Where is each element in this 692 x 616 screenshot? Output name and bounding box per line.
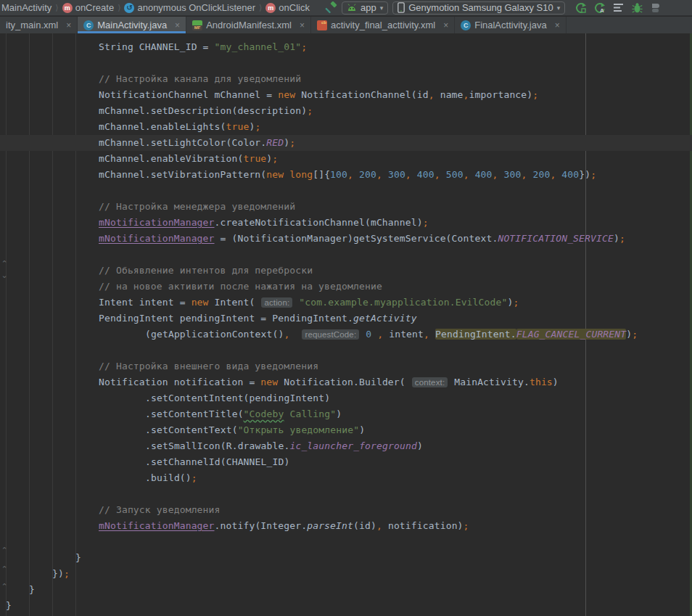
code-line[interactable]: // Настройка менеджера уведомлений [0,199,692,215]
code-line[interactable]: // на новое активити после нажатия на ув… [0,279,692,295]
code-token: 400 [417,169,434,180]
module-selector[interactable]: app ▾ [342,1,388,15]
tab-finalacttivity-java[interactable]: C FinalActtivity.java × [455,17,566,33]
code-token: 300 [388,169,405,180]
code-token: mNotificationManager [99,520,215,531]
method-icon: m [265,3,276,13]
code-line[interactable]: .setContentIntent(pendingIntent) [0,390,692,406]
code-token: ) [553,377,559,387]
code-line[interactable]: .setContentText("Открыть уведомление") [0,422,692,438]
code-line[interactable]: } [0,582,692,598]
close-tab-icon[interactable]: × [443,20,448,30]
code-line[interactable]: // Настройка внешнего вида уведомления [0,358,692,374]
code-line[interactable]: // Запуск уведомления [0,502,692,518]
code-line[interactable]: .build(); [0,470,692,486]
code-line[interactable]: mChannel.enableLights(true); [0,119,692,135]
attach-debugger-icon[interactable] [650,2,661,14]
code-token: , [376,169,382,180]
code-line[interactable]: mNotificationManager = (NotificationMana… [0,231,692,247]
code-line[interactable] [0,342,692,358]
tab-activity-final-acttivity-xml[interactable]: cb activity_final_acttivity.xml × [311,17,455,33]
code-token: new [278,89,295,100]
run-action-icons: A [569,2,667,14]
java-class-icon: C [461,20,471,30]
code-line[interactable]: Intent intent = new Intent( action: "com… [0,295,692,311]
code-token: // Настройка канала для уведомлений [99,73,301,84]
tab-androidmanifest-xml[interactable]: MF AndroidManifest.xml × [186,17,311,33]
code-line[interactable]: } [0,550,692,566]
code-line[interactable]: .setChannelId(CHANNEL_ID) [0,454,692,470]
breadcrumb-item-onclick[interactable]: m onClick [265,2,310,13]
code-token: ) [417,440,423,451]
code-area[interactable]: String CHANNEL_ID = "my_channel_01";// Н… [0,39,692,614]
code-line[interactable]: mNotificationManager.notify(Integer.pars… [0,518,692,534]
code-token: ) [336,408,342,419]
code-token: 200 [532,169,550,180]
close-tab-icon[interactable]: × [555,20,560,30]
breadcrumb-item-oncreate[interactable]: m onCreate [62,2,114,13]
code-line[interactable] [0,486,692,502]
code-token: mNotificationManager [99,233,215,244]
code-line[interactable]: NotificationChannel mChannel = new Notif… [0,87,692,103]
tab-activity-main-xml[interactable]: ity_main.xml × [0,17,78,33]
code-token: } [29,584,35,595]
profiler-icon[interactable] [613,3,625,13]
close-tab-icon[interactable]: × [66,20,71,30]
debug-icon[interactable] [632,2,643,14]
code-line[interactable]: mChannel.setDescription(description); [0,103,692,119]
close-tab-icon[interactable]: × [175,20,180,30]
java-class-icon: C [83,20,94,30]
tab-label: MainActivity.java [97,20,167,30]
code-token: Notification.Builder( [278,377,411,387]
breadcrumb: MainActivity ⟩ m onCreate ⟩ ↺ anonymous … [0,2,325,13]
code-token: mNotificationManager [99,217,215,228]
code-line[interactable]: (getApplicationContext(), requestCode: 0… [0,327,692,342]
code-line[interactable] [0,534,692,550]
close-tab-icon[interactable]: × [300,20,305,30]
code-token: , [464,169,469,180]
code-line[interactable]: } [0,598,692,614]
code-token: .notify(Integer. [215,520,308,531]
breadcrumb-item-class[interactable]: MainActivity [1,2,52,13]
code-token: mChannel.setDescription(description) [99,105,307,116]
manifest-file-icon: MF [192,20,202,30]
code-token: .setContentText( [145,424,238,435]
code-line[interactable]: mChannel.setVibrationPattern(new long[]{… [0,167,692,183]
apply-code-changes-icon[interactable]: A [594,2,606,14]
apply-changes-icon[interactable] [575,2,587,14]
code-line[interactable]: // Обьявление интентов для переброски [0,263,692,279]
code-line[interactable]: mNotificationManager.createNotificationC… [0,215,692,231]
code-token: []{ [313,169,330,180]
code-token: .setChannelId(CHANNEL_ID) [145,456,289,467]
code-line[interactable]: mChannel.enableVibration(true); [0,151,692,167]
code-line[interactable]: .setContentTitle("Codeby Calling") [0,406,692,422]
code-line[interactable]: }); [0,566,692,582]
code-line[interactable]: // Настройка канала для уведомлений [0,71,692,87]
build-hammer-icon[interactable] [325,1,337,14]
code-token: .build() [145,472,191,483]
code-line[interactable] [0,55,692,71]
code-token: mChannel.enableVibration( [99,153,243,164]
fold-marker-icon[interactable]: ⌄ [0,271,9,279]
fold-marker-icon[interactable]: ⌃ [0,260,9,267]
code-line[interactable] [0,183,692,199]
code-line[interactable]: String CHANNEL_ID = "my_channel_01"; [0,39,692,55]
code-line[interactable]: Notification notification = new Notifica… [0,374,692,390]
code-editor[interactable]: String CHANNEL_ID = "my_channel_01";// Н… [0,33,692,616]
code-line[interactable]: PendingIntent pendingIntent = PendingInt… [0,311,692,327]
code-line[interactable]: .setSmallIcon(R.drawable.ic_launcher_for… [0,438,692,454]
code-token: , [429,89,434,100]
fold-marker-icon[interactable]: ⌃ [0,583,9,590]
code-token: ; [619,233,625,244]
code-token: intent [383,329,424,340]
fold-marker-icon[interactable]: ⌃ [0,565,9,572]
tab-label: AndroidManifest.xml [206,20,292,30]
tab-mainactivity-java[interactable]: C MainActivity.java × [78,17,186,33]
device-selector[interactable]: Genymotion Samsung Galaxy S10 ▾ [392,1,565,15]
breadcrumb-item-anonymous-listener[interactable]: ↺ anonymous OnClickListener [124,2,255,13]
code-token: "Открыть уведомление" [238,424,360,435]
fold-marker-icon[interactable]: ⌃ [0,546,9,554]
code-line[interactable]: mChannel.setLightColor(Color.RED); [0,135,692,151]
code-line[interactable] [0,247,692,263]
code-token: MainActivity. [448,377,530,387]
